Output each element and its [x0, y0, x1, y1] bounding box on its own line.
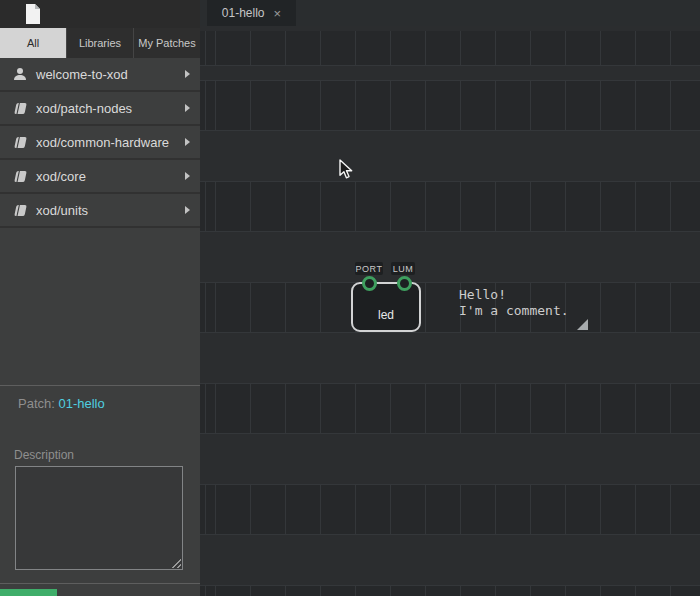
book-icon — [10, 102, 30, 115]
comment-line: I'm a comment. — [459, 303, 590, 319]
patch-editor: 01-hello × PORT LUM led Hello! I'm a com… — [200, 0, 700, 596]
library-item-label: xod/common-hardware — [36, 135, 185, 150]
library-item-label: xod/units — [36, 203, 185, 218]
chevron-right-icon — [185, 104, 190, 112]
comment-block[interactable]: Hello! I'm a comment. — [452, 282, 590, 332]
pin-port[interactable] — [362, 276, 377, 291]
close-icon[interactable]: × — [274, 7, 282, 20]
library-item-label: welcome-to-xod — [36, 67, 185, 82]
library-item-welcome-to-xod[interactable]: welcome-to-xod — [0, 58, 200, 92]
new-patch-document-icon[interactable] — [25, 4, 41, 24]
library-item-xod-core[interactable]: xod/core — [0, 160, 200, 194]
browser-tab-strip: All Libraries My Patches — [0, 28, 200, 58]
node-label: led — [353, 308, 419, 322]
patch-name-link[interactable]: 01-hello — [58, 396, 104, 411]
tab-my-patches[interactable]: My Patches — [134, 28, 200, 58]
library-item-xod-common-hardware[interactable]: xod/common-hardware — [0, 126, 200, 160]
library-item-label: xod/patch-nodes — [36, 101, 185, 116]
sidebar: All Libraries My Patches welcome-to-xod — [0, 0, 200, 596]
node-led[interactable]: led — [351, 282, 421, 332]
sidebar-divider — [0, 583, 200, 584]
book-icon — [10, 136, 30, 149]
book-icon — [10, 204, 30, 217]
pin-label-lum: LUM — [391, 262, 415, 275]
tab-libraries[interactable]: Libraries — [67, 28, 134, 58]
chevron-right-icon — [185, 138, 190, 146]
patch-info-panel: Patch: 01-hello Description — [0, 385, 200, 570]
description-input[interactable] — [15, 466, 183, 570]
patch-tab-01-hello[interactable]: 01-hello × — [207, 0, 296, 26]
tab-all[interactable]: All — [0, 28, 67, 58]
user-icon — [10, 67, 30, 81]
sidebar-toolbar — [0, 0, 200, 28]
status-indicator — [0, 589, 57, 596]
pin-lum[interactable] — [397, 276, 412, 291]
comment-resize-handle-icon[interactable] — [577, 319, 588, 330]
patch-tab-label: 01-hello — [222, 6, 265, 20]
patch-line: Patch: 01-hello — [18, 396, 200, 411]
comment-line: Hello! — [459, 287, 590, 303]
description-label: Description — [14, 448, 200, 462]
canvas-margin — [200, 26, 700, 31]
chevron-right-icon — [185, 70, 190, 78]
chevron-right-icon — [185, 206, 190, 214]
pin-label-port: PORT — [355, 262, 383, 275]
project-browser: welcome-to-xod xod/patch-nodes — [0, 58, 200, 228]
library-item-xod-units[interactable]: xod/units — [0, 194, 200, 228]
book-icon — [10, 170, 30, 183]
library-item-xod-patch-nodes[interactable]: xod/patch-nodes — [0, 92, 200, 126]
editor-tab-strip: 01-hello × — [200, 0, 700, 26]
library-item-label: xod/core — [36, 169, 185, 184]
chevron-right-icon — [185, 172, 190, 180]
mouse-cursor-icon — [339, 159, 353, 180]
patch-label: Patch: — [18, 396, 55, 411]
patch-canvas[interactable]: PORT LUM led Hello! I'm a comment. — [200, 26, 700, 596]
